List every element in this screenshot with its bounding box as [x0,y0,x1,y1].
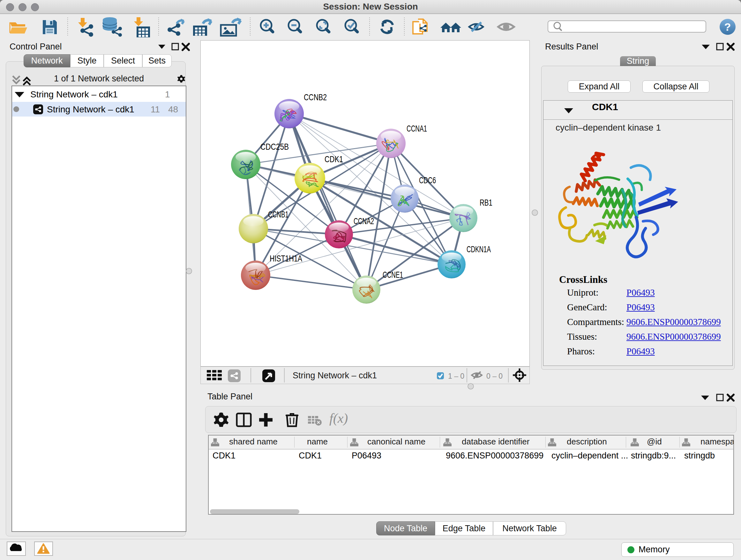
svg-text:CCNA2: CCNA2 [354,216,374,226]
svg-text:CDK1: CDK1 [325,154,343,164]
svg-text:CCNE1: CCNE1 [383,270,403,280]
svg-text:CCNB2: CCNB2 [304,92,327,102]
svg-text:CCNA1: CCNA1 [407,124,427,133]
svg-text:CCNB1: CCNB1 [268,209,288,219]
svg-text:RB1: RB1 [480,198,492,207]
svg-text:CDKN1A: CDKN1A [467,244,491,254]
svg-text:CDC6: CDC6 [419,175,436,185]
svg-text:HIST1H1A: HIST1H1A [270,253,302,263]
svg-text:CDC25B: CDC25B [260,142,289,152]
